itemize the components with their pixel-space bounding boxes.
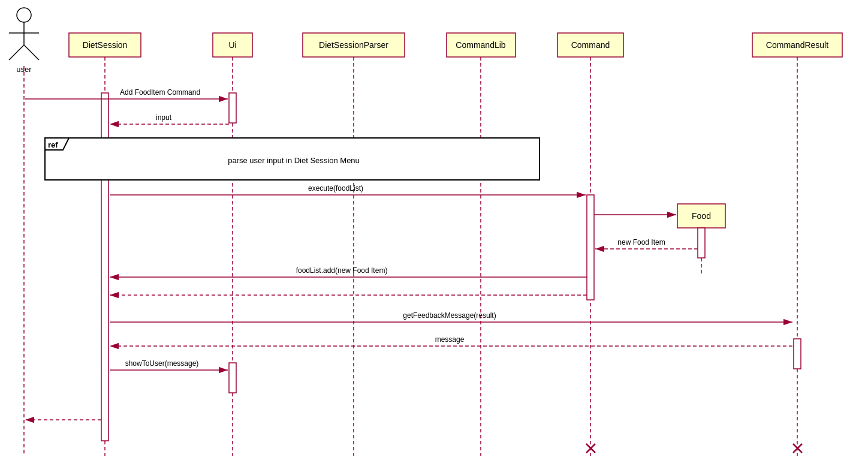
ui-activation-1 <box>229 93 236 123</box>
msg-new-food-text: new Food Item <box>617 238 665 246</box>
command-label: Command <box>571 40 610 50</box>
user-actor-head <box>17 8 31 22</box>
ui-label: Ui <box>228 40 236 50</box>
dietsession-label: DietSession <box>83 40 128 50</box>
dietsessionparser-label: DietSessionParser <box>319 40 388 50</box>
msg-add-fooditem-text: Add FoodItem Command <box>120 88 200 97</box>
msg-foodlist-add-text: foodList.add(new Food Item) <box>296 266 388 275</box>
msg-execute-text: execute(foodList) <box>308 184 363 193</box>
user-actor-leg-right <box>24 45 39 60</box>
msg-input-text: input <box>156 113 172 122</box>
food-label: Food <box>692 211 711 221</box>
user-actor-leg-left <box>9 45 24 60</box>
commandresult-activation <box>794 339 801 369</box>
commandresult-label: CommandResult <box>766 40 828 50</box>
commandlib-label: CommandLib <box>456 40 505 50</box>
sequence-diagram: user DietSession Ui DietSessionParser Co… <box>0 0 868 466</box>
msg-showtouser-text: showToUser(message) <box>125 359 199 368</box>
msg-message-text: message <box>435 335 465 344</box>
msg-getfeedback-text: getFeedbackMessage(result) <box>403 311 496 320</box>
command-activation <box>587 195 594 300</box>
food-activation <box>698 228 705 258</box>
ref-content-text: parse user input in Diet Session Menu <box>228 156 360 165</box>
ref-tab-text: ref <box>48 140 58 149</box>
ui-activation-2 <box>229 363 236 393</box>
